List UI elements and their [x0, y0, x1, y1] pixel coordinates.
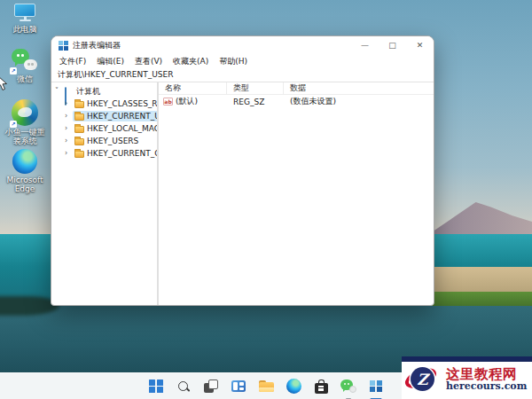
watermark-site-name: 这里教程网: [446, 367, 527, 381]
registry-editor-icon: [59, 41, 68, 51]
tree-item-hkey-current-config[interactable]: › HKEY_CURRENT_CONFIG: [51, 147, 157, 160]
chevron-right-icon[interactable]: ›: [65, 137, 73, 145]
registry-tree-pane[interactable]: ˅ 计算机 › HKEY_CLASSES_ROOT › HKEY_CURRENT…: [51, 82, 159, 305]
string-value-icon: ab: [163, 98, 173, 106]
search-button[interactable]: [173, 375, 195, 397]
folder-icon: [74, 113, 84, 121]
desktop-icon-label: 小鱼一键重装系统: [4, 128, 46, 146]
value-data: (数值未设置): [284, 96, 434, 107]
tree-item-computer[interactable]: ˅ 计算机: [51, 85, 157, 98]
chevron-right-icon[interactable]: ›: [65, 113, 73, 120]
tree-item-hkey-local-machine[interactable]: › HKEY_LOCAL_MACHINE: [51, 122, 157, 135]
file-explorer-button[interactable]: [255, 375, 278, 397]
minimize-button[interactable]: —: [351, 36, 379, 54]
edge-icon: [286, 379, 301, 394]
wechat-icon: ↗: [12, 49, 38, 73]
registry-editor-window: 注册表编辑器 — □ ✕ 文件(F) 编辑(E) 查看(V) 收藏夹(A) 帮助…: [51, 35, 434, 306]
watermark-site-url: herecours.com: [446, 381, 527, 392]
folder-icon: [74, 138, 84, 145]
widgets-icon: [231, 380, 246, 392]
titlebar[interactable]: 注册表编辑器 — □ ✕: [51, 36, 434, 54]
edge-icon: [12, 149, 37, 174]
value-type: REG_SZ: [227, 98, 284, 106]
column-header-data[interactable]: 数据: [284, 82, 434, 94]
list-header: 名称 类型 数据: [159, 82, 434, 95]
folder-icon: [74, 126, 84, 133]
this-pc-icon: [13, 4, 36, 23]
task-view-button[interactable]: [200, 375, 223, 397]
chevron-right-icon[interactable]: ›: [65, 150, 73, 157]
xiaoyu-reinstall-icon: ↗: [12, 99, 38, 126]
registry-values-pane[interactable]: 名称 类型 数据 ab (默认) REG_SZ (数值未设置): [159, 82, 434, 305]
menu-item-favorites[interactable]: 收藏夹(A): [168, 56, 214, 67]
folder-icon: [74, 151, 84, 158]
store-button[interactable]: [310, 375, 332, 397]
close-button[interactable]: ✕: [406, 36, 434, 54]
watermark-logo: Z: [404, 364, 443, 395]
desktop-icon-this-pc[interactable]: 此电脑: [4, 4, 46, 34]
menu-item-file[interactable]: 文件(F): [54, 56, 91, 67]
column-header-type[interactable]: 类型: [227, 82, 284, 94]
windows-logo-icon: [149, 379, 163, 394]
chevron-right-icon[interactable]: ›: [65, 125, 73, 132]
registry-value-row[interactable]: ab (默认) REG_SZ (数值未设置): [159, 95, 434, 108]
folder-icon: [74, 101, 84, 108]
shortcut-arrow-icon: ↗: [10, 121, 17, 128]
start-button[interactable]: [145, 375, 168, 397]
maximize-button[interactable]: □: [379, 36, 406, 54]
wechat-icon: [340, 379, 356, 394]
selected-tree-item[interactable]: HKEY_CURRENT_USER: [73, 111, 159, 121]
shortcut-arrow-icon: ↗: [10, 67, 17, 74]
column-header-name[interactable]: 名称: [159, 82, 227, 94]
tree-item-hkey-current-user[interactable]: › HKEY_CURRENT_USER: [51, 110, 157, 122]
desktop-icon-label: 微信: [17, 74, 33, 83]
computer-icon: [65, 88, 74, 96]
menu-item-edit[interactable]: 编辑(E): [91, 56, 129, 67]
edge-button[interactable]: [283, 375, 305, 397]
task-view-icon: [204, 379, 218, 393]
tree-item-hkey-classes-root[interactable]: › HKEY_CLASSES_ROOT: [51, 98, 157, 110]
value-name: (默认): [176, 96, 198, 107]
file-explorer-icon: [259, 380, 274, 392]
desktop-icon-wechat[interactable]: ↗ 微信: [4, 49, 46, 83]
mouse-cursor: [0, 74, 8, 95]
wechat-button[interactable]: [338, 375, 360, 397]
desktop-icon-label: 此电脑: [13, 25, 37, 34]
chevron-right-icon[interactable]: ›: [65, 100, 73, 107]
window-title: 注册表编辑器: [73, 40, 121, 51]
widgets-button[interactable]: [228, 375, 250, 397]
desktop-icon-label: Microsoft Edge: [4, 176, 46, 194]
desktop-icon-edge[interactable]: Microsoft Edge: [4, 149, 46, 194]
menu-item-view[interactable]: 查看(V): [129, 56, 168, 67]
tree-item-hkey-users[interactable]: › HKEY_USERS: [51, 135, 157, 147]
address-bar[interactable]: 计算机\HKEY_CURRENT_USER: [51, 68, 434, 82]
desktop-icon-xiaoyu[interactable]: ↗ 小鱼一键重装系统: [4, 99, 46, 146]
chevron-down-icon[interactable]: ˅: [55, 88, 63, 95]
menu-item-help[interactable]: 帮助(H): [214, 56, 253, 67]
registry-editor-button[interactable]: [365, 375, 387, 397]
menu-bar: 文件(F) 编辑(E) 查看(V) 收藏夹(A) 帮助(H): [51, 54, 434, 68]
watermark: Z 这里教程网 herecours.com: [402, 356, 532, 399]
search-icon: [178, 381, 189, 392]
registry-editor-icon: [370, 380, 382, 393]
microsoft-store-icon: [315, 379, 328, 394]
